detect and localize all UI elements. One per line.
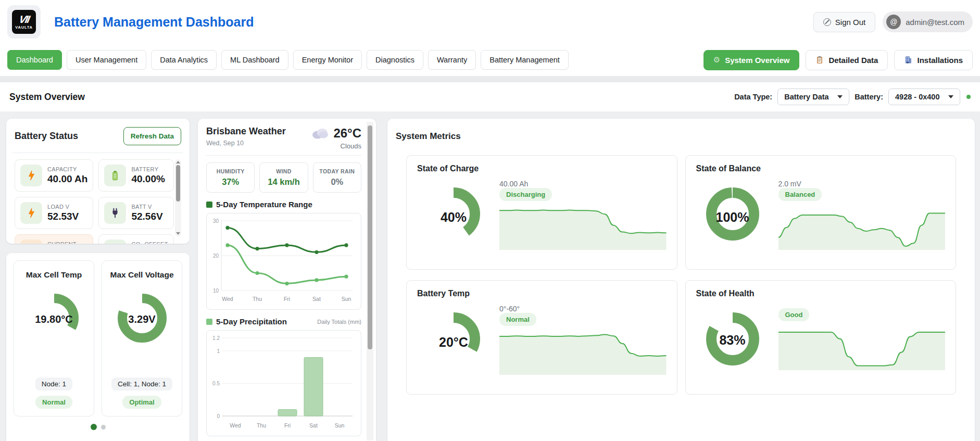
state-of-health-card: State of Health 83% Good xyxy=(685,280,957,395)
svg-text:Wed: Wed xyxy=(230,422,241,429)
stat-co2-offset: CO₂ OFFSET 1.07k xyxy=(98,234,173,244)
sign-out-button[interactable]: Sign Out xyxy=(813,12,875,32)
weather-panel: Brisbane Weather Wed, Sep 10 26°C Clouds… xyxy=(198,119,376,441)
stat-value: 52.53V xyxy=(47,211,79,222)
svg-text:10: 10 xyxy=(213,288,219,294)
system-metrics-panel: System Metrics State of Charge 40% 40.00… xyxy=(387,119,975,441)
precipitation-chart: 00.511.2WedThuFriSatSun xyxy=(206,330,361,436)
sign-out-icon xyxy=(823,18,831,26)
data-type-select[interactable]: Battery Data xyxy=(777,89,849,105)
health-sparkline xyxy=(778,325,946,370)
battery-stats-scrollbar[interactable] xyxy=(175,159,181,236)
view-installations-button[interactable]: Installations xyxy=(894,50,973,70)
user-account-pill[interactable]: @ admin@test.com xyxy=(883,11,973,32)
precip-chart-title: 5-Day Precipitation xyxy=(216,317,287,326)
svg-text:Fri: Fri xyxy=(284,296,290,302)
tab-diagnostics[interactable]: Diagnostics xyxy=(367,50,423,70)
rain-value: 0% xyxy=(316,177,359,187)
tab-energy-monitor[interactable]: Energy Monitor xyxy=(293,50,362,70)
refresh-data-button[interactable]: Refresh Data xyxy=(123,127,181,145)
stat-label: CO₂ OFFSET xyxy=(131,241,168,244)
status-badge: Normal xyxy=(35,396,72,409)
max-cell-temp-value: 19.80°C xyxy=(27,291,81,347)
tab-ml-dashboard[interactable]: ML Dashboard xyxy=(221,50,288,70)
user-avatar: @ xyxy=(886,15,901,29)
chevron-down-icon xyxy=(948,95,953,98)
rain-stat: TODAY RAIN 0% xyxy=(313,162,361,193)
state-of-charge-value: 40% xyxy=(424,185,483,250)
balance-sparkline xyxy=(778,205,946,250)
battery-select[interactable]: 4928 - 0x400 xyxy=(888,89,960,105)
stat-value: 40.00 Ah xyxy=(47,173,87,185)
state-of-health-title: State of Health xyxy=(696,289,946,298)
scroll-thumb[interactable] xyxy=(176,165,180,201)
data-type-value: Battery Data xyxy=(784,93,828,101)
scroll-up-arrow[interactable] xyxy=(176,161,180,163)
battery-temp-value: 20°C xyxy=(424,310,483,375)
sign-out-label: Sign Out xyxy=(835,18,865,27)
scroll-thumb[interactable] xyxy=(368,125,372,349)
svg-text:Sat: Sat xyxy=(309,422,318,429)
bolt-icon xyxy=(26,170,37,181)
svg-text:Fri: Fri xyxy=(284,422,291,429)
divider xyxy=(12,153,183,153)
state-of-balance-gauge: 100% xyxy=(703,185,762,250)
svg-text:Sat: Sat xyxy=(312,296,321,302)
svg-text:0: 0 xyxy=(217,413,220,419)
carousel-dot-active[interactable] xyxy=(91,424,97,430)
main-nav: Dashboard User Management Data Analytics… xyxy=(0,44,980,76)
stat-label: BATTERY xyxy=(131,166,165,172)
weather-scrollbar[interactable] xyxy=(367,122,373,440)
tab-user-management[interactable]: User Management xyxy=(67,50,146,70)
temp-sparkline xyxy=(499,330,667,375)
svg-text:1: 1 xyxy=(217,348,220,354)
svg-text:30: 30 xyxy=(213,218,219,224)
vaulta-logo: VII VAULTA xyxy=(7,5,41,39)
system-metrics-title: System Metrics xyxy=(396,131,966,142)
stat-batt-v: BATT V 52.56V xyxy=(98,197,173,229)
temp-chart-legend-swatch xyxy=(206,201,212,208)
battery-select-label: Battery: xyxy=(855,93,883,101)
battery-temp-card: Battery Temp 20°C 0°-60° Normal xyxy=(406,280,677,395)
stat-label: CAPACITY xyxy=(47,166,87,172)
view-detailed-data-button[interactable]: Detailed Data xyxy=(806,50,888,70)
wind-stat: WIND 14 km/h xyxy=(259,162,308,193)
tab-data-analytics[interactable]: Data Analytics xyxy=(151,50,217,70)
temp-status-badge: Normal xyxy=(499,313,536,326)
precip-chart-legend-swatch xyxy=(206,319,212,325)
battery-status-panel: Battery Status Refresh Data CAPACITY 40.… xyxy=(6,119,190,244)
max-cell-voltage-card: Max Cell Voltage 3.29V Cell: 1, Node: 1 … xyxy=(102,260,182,417)
state-of-health-value: 83% xyxy=(703,310,762,370)
tab-battery-management[interactable]: Battery Management xyxy=(481,50,569,70)
node-chip: Node: 1 xyxy=(35,377,72,390)
humidity-label: HUMIDITY xyxy=(209,168,252,174)
view-system-overview-button[interactable]: ⚙ System Overview xyxy=(703,50,800,70)
stat-label: LOAD V xyxy=(47,204,79,210)
bolt-icon xyxy=(26,207,37,219)
cell-node-chip: Cell: 1, Node: 1 xyxy=(111,377,172,390)
divider xyxy=(206,155,361,156)
balance-status-badge: Balanced xyxy=(778,188,822,201)
gear-icon: ⚙ xyxy=(713,56,720,64)
svg-text:Thu: Thu xyxy=(253,296,262,302)
tab-warranty[interactable]: Warranty xyxy=(428,50,476,70)
battery-icon xyxy=(109,170,121,181)
view-detailed-data-label: Detailed Data xyxy=(828,56,878,65)
precip-chart-units: Daily Totals (mm) xyxy=(317,319,361,325)
charge-sparkline xyxy=(499,205,667,250)
balance-range-label: 2.0 mV xyxy=(778,180,946,188)
tab-dashboard[interactable]: Dashboard xyxy=(7,50,62,70)
svg-text:Thu: Thu xyxy=(257,422,266,429)
state-of-charge-card: State of Charge 40% 40.00 Ah Discharging xyxy=(406,155,677,270)
svg-text:1.2: 1.2 xyxy=(212,335,220,341)
health-status-badge: Good xyxy=(778,308,810,321)
stat-label: CURRENT xyxy=(47,241,77,244)
carousel-dot[interactable] xyxy=(101,425,106,430)
scroll-down-arrow[interactable] xyxy=(176,232,180,235)
max-cell-voltage-gauge: 3.29V xyxy=(115,291,169,347)
user-email: admin@test.com xyxy=(906,18,964,27)
battery-select-value: 4928 - 0x400 xyxy=(895,93,939,101)
cell-gauges-panel: Max Cell Temp 19.80°C Node: 1 Normal Max… xyxy=(6,253,190,441)
wind-label: WIND xyxy=(262,168,305,174)
section-bar: System Overview Data Type: Battery Data … xyxy=(0,82,980,111)
